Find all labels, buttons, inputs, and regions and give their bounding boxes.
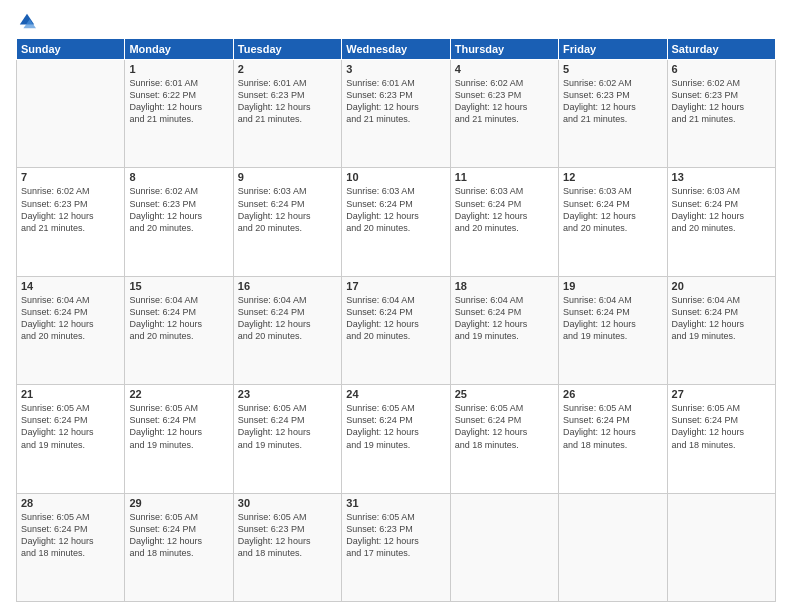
- day-number: 6: [672, 63, 771, 75]
- day-number: 31: [346, 497, 445, 509]
- calendar-header-row: SundayMondayTuesdayWednesdayThursdayFrid…: [17, 39, 776, 60]
- calendar-day-header: Tuesday: [233, 39, 341, 60]
- day-number: 24: [346, 388, 445, 400]
- cell-info: Sunrise: 6:02 AM Sunset: 6:23 PM Dayligh…: [455, 77, 554, 126]
- calendar-cell: 17Sunrise: 6:04 AM Sunset: 6:24 PM Dayli…: [342, 276, 450, 384]
- calendar-cell: 23Sunrise: 6:05 AM Sunset: 6:24 PM Dayli…: [233, 385, 341, 493]
- day-number: 8: [129, 171, 228, 183]
- cell-info: Sunrise: 6:05 AM Sunset: 6:24 PM Dayligh…: [129, 402, 228, 451]
- day-number: 11: [455, 171, 554, 183]
- calendar-cell: 3Sunrise: 6:01 AM Sunset: 6:23 PM Daylig…: [342, 60, 450, 168]
- day-number: 27: [672, 388, 771, 400]
- calendar-cell: 14Sunrise: 6:04 AM Sunset: 6:24 PM Dayli…: [17, 276, 125, 384]
- calendar-cell: 4Sunrise: 6:02 AM Sunset: 6:23 PM Daylig…: [450, 60, 558, 168]
- calendar-cell: 20Sunrise: 6:04 AM Sunset: 6:24 PM Dayli…: [667, 276, 775, 384]
- calendar-cell: 15Sunrise: 6:04 AM Sunset: 6:24 PM Dayli…: [125, 276, 233, 384]
- day-number: 30: [238, 497, 337, 509]
- cell-info: Sunrise: 6:02 AM Sunset: 6:23 PM Dayligh…: [563, 77, 662, 126]
- day-number: 4: [455, 63, 554, 75]
- logo-icon: [18, 12, 36, 30]
- day-number: 28: [21, 497, 120, 509]
- cell-info: Sunrise: 6:01 AM Sunset: 6:23 PM Dayligh…: [238, 77, 337, 126]
- calendar-cell: 8Sunrise: 6:02 AM Sunset: 6:23 PM Daylig…: [125, 168, 233, 276]
- cell-info: Sunrise: 6:05 AM Sunset: 6:24 PM Dayligh…: [129, 511, 228, 560]
- cell-info: Sunrise: 6:05 AM Sunset: 6:24 PM Dayligh…: [672, 402, 771, 451]
- cell-info: Sunrise: 6:05 AM Sunset: 6:23 PM Dayligh…: [238, 511, 337, 560]
- day-number: 29: [129, 497, 228, 509]
- calendar-cell: 19Sunrise: 6:04 AM Sunset: 6:24 PM Dayli…: [559, 276, 667, 384]
- calendar-cell: 11Sunrise: 6:03 AM Sunset: 6:24 PM Dayli…: [450, 168, 558, 276]
- cell-info: Sunrise: 6:01 AM Sunset: 6:23 PM Dayligh…: [346, 77, 445, 126]
- day-number: 5: [563, 63, 662, 75]
- calendar-cell: 31Sunrise: 6:05 AM Sunset: 6:23 PM Dayli…: [342, 493, 450, 601]
- day-number: 3: [346, 63, 445, 75]
- calendar-cell: 1Sunrise: 6:01 AM Sunset: 6:22 PM Daylig…: [125, 60, 233, 168]
- cell-info: Sunrise: 6:04 AM Sunset: 6:24 PM Dayligh…: [672, 294, 771, 343]
- calendar-cell: 18Sunrise: 6:04 AM Sunset: 6:24 PM Dayli…: [450, 276, 558, 384]
- calendar-cell: 7Sunrise: 6:02 AM Sunset: 6:23 PM Daylig…: [17, 168, 125, 276]
- day-number: 10: [346, 171, 445, 183]
- day-number: 20: [672, 280, 771, 292]
- calendar-cell: [559, 493, 667, 601]
- calendar-day-header: Friday: [559, 39, 667, 60]
- cell-info: Sunrise: 6:05 AM Sunset: 6:24 PM Dayligh…: [563, 402, 662, 451]
- calendar-cell: 16Sunrise: 6:04 AM Sunset: 6:24 PM Dayli…: [233, 276, 341, 384]
- calendar-day-header: Sunday: [17, 39, 125, 60]
- cell-info: Sunrise: 6:05 AM Sunset: 6:24 PM Dayligh…: [21, 511, 120, 560]
- cell-info: Sunrise: 6:04 AM Sunset: 6:24 PM Dayligh…: [455, 294, 554, 343]
- header: [16, 12, 776, 30]
- day-number: 14: [21, 280, 120, 292]
- calendar-cell: 12Sunrise: 6:03 AM Sunset: 6:24 PM Dayli…: [559, 168, 667, 276]
- cell-info: Sunrise: 6:03 AM Sunset: 6:24 PM Dayligh…: [455, 185, 554, 234]
- calendar-cell: 29Sunrise: 6:05 AM Sunset: 6:24 PM Dayli…: [125, 493, 233, 601]
- cell-info: Sunrise: 6:01 AM Sunset: 6:22 PM Dayligh…: [129, 77, 228, 126]
- calendar-cell: 13Sunrise: 6:03 AM Sunset: 6:24 PM Dayli…: [667, 168, 775, 276]
- calendar-day-header: Wednesday: [342, 39, 450, 60]
- cell-info: Sunrise: 6:03 AM Sunset: 6:24 PM Dayligh…: [346, 185, 445, 234]
- cell-info: Sunrise: 6:03 AM Sunset: 6:24 PM Dayligh…: [238, 185, 337, 234]
- calendar-cell: 21Sunrise: 6:05 AM Sunset: 6:24 PM Dayli…: [17, 385, 125, 493]
- calendar-week-row: 7Sunrise: 6:02 AM Sunset: 6:23 PM Daylig…: [17, 168, 776, 276]
- cell-info: Sunrise: 6:05 AM Sunset: 6:24 PM Dayligh…: [238, 402, 337, 451]
- cell-info: Sunrise: 6:03 AM Sunset: 6:24 PM Dayligh…: [672, 185, 771, 234]
- day-number: 19: [563, 280, 662, 292]
- logo: [16, 12, 36, 30]
- calendar-cell: 6Sunrise: 6:02 AM Sunset: 6:23 PM Daylig…: [667, 60, 775, 168]
- calendar-day-header: Thursday: [450, 39, 558, 60]
- day-number: 12: [563, 171, 662, 183]
- cell-info: Sunrise: 6:04 AM Sunset: 6:24 PM Dayligh…: [21, 294, 120, 343]
- calendar-cell: 26Sunrise: 6:05 AM Sunset: 6:24 PM Dayli…: [559, 385, 667, 493]
- cell-info: Sunrise: 6:05 AM Sunset: 6:24 PM Dayligh…: [21, 402, 120, 451]
- calendar-cell: 28Sunrise: 6:05 AM Sunset: 6:24 PM Dayli…: [17, 493, 125, 601]
- calendar-cell: 27Sunrise: 6:05 AM Sunset: 6:24 PM Dayli…: [667, 385, 775, 493]
- cell-info: Sunrise: 6:04 AM Sunset: 6:24 PM Dayligh…: [238, 294, 337, 343]
- cell-info: Sunrise: 6:04 AM Sunset: 6:24 PM Dayligh…: [129, 294, 228, 343]
- calendar-day-header: Saturday: [667, 39, 775, 60]
- day-number: 17: [346, 280, 445, 292]
- cell-info: Sunrise: 6:05 AM Sunset: 6:24 PM Dayligh…: [455, 402, 554, 451]
- cell-info: Sunrise: 6:02 AM Sunset: 6:23 PM Dayligh…: [21, 185, 120, 234]
- calendar-cell: 5Sunrise: 6:02 AM Sunset: 6:23 PM Daylig…: [559, 60, 667, 168]
- cell-info: Sunrise: 6:04 AM Sunset: 6:24 PM Dayligh…: [563, 294, 662, 343]
- calendar-week-row: 21Sunrise: 6:05 AM Sunset: 6:24 PM Dayli…: [17, 385, 776, 493]
- calendar-cell: [450, 493, 558, 601]
- cell-info: Sunrise: 6:04 AM Sunset: 6:24 PM Dayligh…: [346, 294, 445, 343]
- calendar-week-row: 28Sunrise: 6:05 AM Sunset: 6:24 PM Dayli…: [17, 493, 776, 601]
- calendar-cell: 2Sunrise: 6:01 AM Sunset: 6:23 PM Daylig…: [233, 60, 341, 168]
- day-number: 1: [129, 63, 228, 75]
- day-number: 2: [238, 63, 337, 75]
- day-number: 15: [129, 280, 228, 292]
- day-number: 13: [672, 171, 771, 183]
- calendar-cell: 10Sunrise: 6:03 AM Sunset: 6:24 PM Dayli…: [342, 168, 450, 276]
- day-number: 26: [563, 388, 662, 400]
- day-number: 25: [455, 388, 554, 400]
- calendar-cell: [667, 493, 775, 601]
- day-number: 23: [238, 388, 337, 400]
- calendar-cell: 25Sunrise: 6:05 AM Sunset: 6:24 PM Dayli…: [450, 385, 558, 493]
- calendar-cell: 30Sunrise: 6:05 AM Sunset: 6:23 PM Dayli…: [233, 493, 341, 601]
- cell-info: Sunrise: 6:05 AM Sunset: 6:24 PM Dayligh…: [346, 402, 445, 451]
- day-number: 9: [238, 171, 337, 183]
- calendar-cell: 24Sunrise: 6:05 AM Sunset: 6:24 PM Dayli…: [342, 385, 450, 493]
- day-number: 21: [21, 388, 120, 400]
- calendar-cell: 9Sunrise: 6:03 AM Sunset: 6:24 PM Daylig…: [233, 168, 341, 276]
